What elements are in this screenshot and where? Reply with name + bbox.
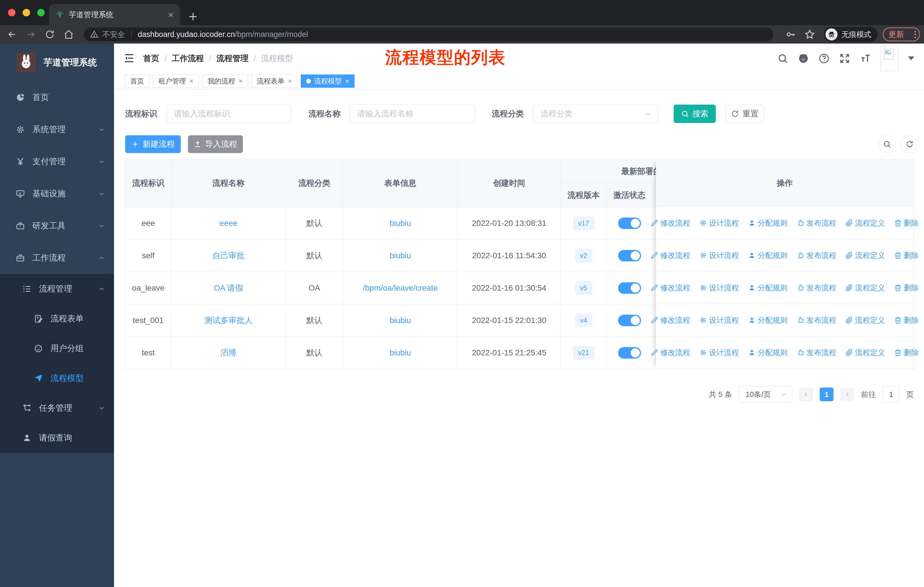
sidebar-item-user-group[interactable]: 用户分组	[0, 334, 114, 364]
help-icon[interactable]	[818, 53, 830, 64]
font-size-icon[interactable]	[860, 53, 871, 64]
sidebar-item-process-form[interactable]: 流程表单	[0, 304, 114, 334]
breadcrumb-process-management[interactable]: 流程管理	[216, 53, 249, 64]
design-process-link[interactable]: 设计流程	[700, 348, 739, 358]
edit-process-link[interactable]: 修改流程	[651, 283, 690, 293]
sidebar-item-home[interactable]: 首页	[0, 81, 114, 114]
refresh-table-button[interactable]	[901, 135, 918, 153]
edit-process-link[interactable]: 修改流程	[651, 348, 690, 358]
design-process-link[interactable]: 设计流程	[700, 315, 739, 325]
import-process-button[interactable]: 导入流程	[188, 135, 243, 153]
active-toggle[interactable]	[618, 347, 641, 359]
form-info-link[interactable]: biubiu	[389, 348, 411, 357]
tag-process-model[interactable]: 流程模型×	[301, 74, 355, 88]
browser-update-button[interactable]: 更新	[883, 28, 920, 41]
github-icon[interactable]	[798, 53, 809, 64]
current-page[interactable]: 1	[820, 387, 833, 401]
prev-page-button[interactable]	[799, 387, 813, 401]
delete-link[interactable]: 删除	[894, 283, 919, 293]
search-button[interactable]: 搜索	[674, 105, 716, 123]
avatar-caret-icon[interactable]	[908, 56, 914, 60]
sidebar-item-payment[interactable]: 支付管理	[0, 146, 114, 178]
delete-link[interactable]: 删除	[894, 251, 919, 261]
sidebar-item-process-management[interactable]: 流程管理	[0, 274, 114, 304]
close-window-button[interactable]	[8, 9, 15, 17]
forward-icon[interactable]	[26, 29, 36, 40]
new-tab-button[interactable]	[187, 10, 200, 23]
create-process-button[interactable]: 新建流程	[125, 135, 181, 153]
category-select[interactable]: 流程分类	[533, 105, 658, 123]
sidebar-item-dev-tools[interactable]: 研发工具	[0, 210, 114, 242]
minimize-window-button[interactable]	[23, 9, 30, 17]
publish-process-link[interactable]: 发布流程	[797, 251, 837, 261]
process-name-link[interactable]: 滔博	[221, 347, 237, 358]
tag-process-form[interactable]: 流程表单×	[251, 74, 297, 88]
warning-icon[interactable]	[90, 30, 99, 39]
sidebar-item-workflow[interactable]: 工作流程	[0, 242, 114, 274]
process-definition-link[interactable]: 流程定义	[845, 283, 885, 293]
process-name-input[interactable]	[350, 105, 475, 123]
publish-process-link[interactable]: 发布流程	[797, 283, 837, 293]
process-definition-link[interactable]: 流程定义	[845, 218, 885, 228]
sidebar-item-system[interactable]: 系统管理	[0, 114, 114, 146]
close-icon[interactable]: ×	[189, 77, 193, 85]
active-toggle[interactable]	[618, 218, 641, 229]
search-icon[interactable]	[777, 53, 788, 64]
active-toggle[interactable]	[618, 250, 641, 261]
reset-button[interactable]: 重置	[726, 105, 764, 123]
zoom-window-button[interactable]	[37, 9, 45, 17]
edit-process-link[interactable]: 修改流程	[651, 315, 690, 325]
edit-process-link[interactable]: 修改流程	[651, 218, 690, 228]
tag-home[interactable]: 首页	[125, 74, 150, 88]
sidebar-item-leave-query[interactable]: 请假查询	[0, 423, 114, 453]
form-info-link[interactable]: biubiu	[389, 316, 411, 325]
back-icon[interactable]	[7, 29, 17, 40]
sidebar-item-process-model[interactable]: 流程模型	[0, 364, 114, 393]
tab-close-icon[interactable]: ×	[168, 10, 173, 20]
process-definition-link[interactable]: 流程定义	[845, 251, 885, 261]
delete-link[interactable]: 删除	[894, 218, 919, 228]
process-name-link[interactable]: 自己审批	[213, 250, 244, 261]
process-name-link[interactable]: eeee	[219, 219, 237, 228]
assign-rule-link[interactable]: 分配规则	[748, 315, 788, 325]
delete-link[interactable]: 删除	[894, 315, 919, 325]
next-page-button[interactable]	[840, 387, 854, 401]
sidebar-item-task-management[interactable]: 任务管理	[0, 393, 114, 423]
design-process-link[interactable]: 设计流程	[700, 251, 739, 261]
publish-process-link[interactable]: 发布流程	[797, 348, 837, 358]
assign-rule-link[interactable]: 分配规则	[748, 348, 788, 358]
breadcrumb-workflow[interactable]: 工作流程	[172, 53, 204, 64]
design-process-link[interactable]: 设计流程	[700, 218, 739, 228]
address-bar[interactable]: 不安全 dashboard.yudao.iocoder.cn/bpm/manag…	[84, 28, 773, 41]
star-icon[interactable]	[804, 29, 815, 40]
tag-tenant-management[interactable]: 租户管理×	[153, 74, 199, 88]
assign-rule-link[interactable]: 分配规则	[748, 218, 788, 228]
assign-rule-link[interactable]: 分配规则	[748, 251, 788, 261]
page-size-select[interactable]: 10条/页	[739, 386, 792, 403]
publish-process-link[interactable]: 发布流程	[797, 315, 837, 325]
avatar[interactable]	[881, 46, 898, 71]
toggle-search-button[interactable]	[878, 135, 896, 153]
close-icon[interactable]: ×	[239, 77, 243, 85]
assign-rule-link[interactable]: 分配规则	[748, 283, 788, 293]
process-name-link[interactable]: OA 请假	[214, 283, 243, 293]
breadcrumb-home[interactable]: 首页	[143, 53, 159, 64]
close-icon[interactable]: ×	[345, 77, 349, 85]
design-process-link[interactable]: 设计流程	[700, 283, 739, 293]
sidebar-item-infrastructure[interactable]: 基础设施	[0, 178, 114, 210]
browser-tab[interactable]: 芋道管理系统 ×	[49, 4, 180, 25]
process-key-input[interactable]	[167, 105, 291, 123]
edit-process-link[interactable]: 修改流程	[651, 251, 690, 261]
form-info-link[interactable]: /bpm/oa/leave/create	[363, 283, 438, 293]
process-definition-link[interactable]: 流程定义	[845, 348, 885, 358]
key-icon[interactable]	[785, 29, 796, 40]
form-info-link[interactable]: biubiu	[389, 219, 411, 228]
delete-link[interactable]: 删除	[894, 348, 919, 358]
form-info-link[interactable]: biubiu	[389, 251, 411, 260]
process-name-link[interactable]: 测试多审批人	[205, 315, 252, 326]
browser-menu-icon[interactable]	[914, 31, 916, 38]
active-toggle[interactable]	[618, 315, 641, 326]
close-icon[interactable]: ×	[288, 77, 292, 85]
active-toggle[interactable]	[618, 282, 641, 294]
home-icon[interactable]	[64, 29, 74, 40]
